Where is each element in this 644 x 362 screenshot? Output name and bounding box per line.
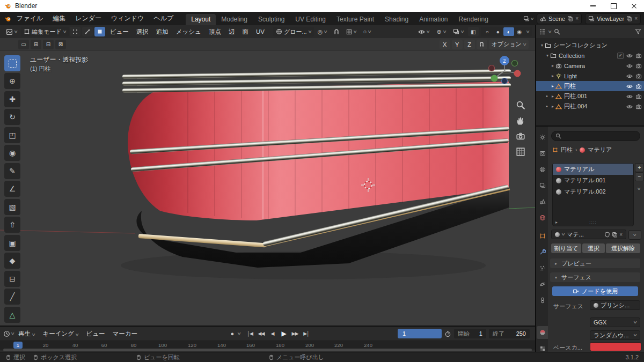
use-nodes-button[interactable]: ノードを使用 xyxy=(552,286,638,296)
select-mode-new-button[interactable]: ▭ xyxy=(18,40,29,49)
menu-view-timeline[interactable]: ビュー xyxy=(83,330,108,338)
mirror-z-toggle[interactable]: Z xyxy=(464,40,475,49)
render-camera-icon[interactable] xyxy=(635,83,642,90)
vertex-select-button[interactable] xyxy=(70,27,80,36)
outliner-row-camera[interactable]: ▸ Camera xyxy=(536,61,644,71)
overlays-dropdown[interactable]: ∨ xyxy=(450,27,466,36)
outliner-row-cylinder-004[interactable]: • ▸ 円柱.004 xyxy=(536,101,644,112)
3d-scene[interactable] xyxy=(0,51,535,326)
tab-material[interactable] xyxy=(537,326,548,339)
preview-panel-header[interactable]: ▸ プレビュー xyxy=(550,258,640,268)
tab-texture[interactable] xyxy=(537,342,548,352)
prev-keyframe-button[interactable]: ◀◀ xyxy=(256,329,267,338)
select-mode-extend-button[interactable]: ⊞ xyxy=(31,40,41,49)
remove-layer-icon[interactable]: × xyxy=(634,16,638,21)
visibility-dropdown[interactable]: ∨ xyxy=(415,27,432,36)
tool-move[interactable]: ✚ xyxy=(4,91,20,107)
list-resize-grip[interactable]: :::: xyxy=(589,219,597,225)
surface-shader-dropdown[interactable]: プリンシ... xyxy=(590,300,640,310)
tool-scale[interactable]: ◰ xyxy=(4,127,20,143)
distribution-dropdown[interactable]: GGX ∨ xyxy=(590,317,640,327)
subsurface-method-dropdown[interactable]: ランダムウ... ∨ xyxy=(590,330,640,340)
tool-add-cube[interactable]: ▧ xyxy=(4,199,20,215)
orientation-dropdown[interactable]: グロー... ∨ xyxy=(273,27,314,36)
tool-annotate[interactable]: ✎ xyxy=(4,163,20,179)
mirror-x-toggle[interactable]: X xyxy=(440,40,450,49)
shading-solid-button[interactable]: ● xyxy=(493,27,503,36)
outliner-row-collection[interactable]: ▾ Collection ✓ xyxy=(536,50,644,61)
next-keyframe-button[interactable]: ▶▶ xyxy=(290,329,301,338)
timeline-scrollbar[interactable] xyxy=(3,349,532,351)
menu-file[interactable]: ファイル xyxy=(12,14,48,23)
timeline-editor-icon[interactable] xyxy=(3,330,10,337)
mode-dropdown[interactable]: 編集モード ∨ xyxy=(21,27,69,36)
gizmo-neg-z[interactable] xyxy=(502,78,508,84)
tool-bevel[interactable]: ◆ xyxy=(4,253,20,269)
current-frame-field[interactable]: 1 xyxy=(398,329,442,338)
proportional-edit-dropdown[interactable]: ○ ∨ xyxy=(361,27,374,36)
shading-rendered-button[interactable]: ◉ xyxy=(514,27,525,36)
zoom-control-icon[interactable] xyxy=(516,100,525,110)
gizmo-neg-x[interactable] xyxy=(489,65,495,71)
tool-loop-cut[interactable]: ⊟ xyxy=(4,271,20,287)
menu-edge[interactable]: 辺 xyxy=(225,28,238,36)
hide-eye-icon[interactable] xyxy=(626,93,633,100)
play-reverse-button[interactable]: ◀ xyxy=(267,329,278,338)
tab-output[interactable] xyxy=(537,163,548,176)
jump-to-end-button[interactable]: ▶│ xyxy=(301,329,312,338)
render-camera-icon[interactable] xyxy=(635,73,642,79)
tab-constraints[interactable] xyxy=(537,294,548,307)
snap-toggle[interactable] xyxy=(331,27,342,36)
add-slot-button[interactable]: + xyxy=(635,163,644,172)
camera-view-icon[interactable] xyxy=(516,131,525,141)
tab-layout[interactable]: Layout xyxy=(186,14,216,25)
navigation-gizmo[interactable]: Z xyxy=(486,52,523,90)
scene-selector[interactable]: Scene × xyxy=(537,13,582,24)
list-expand-arrow[interactable]: ▸ xyxy=(554,220,559,225)
outliner-filter-icon[interactable] xyxy=(635,28,641,35)
hide-eye-icon[interactable] xyxy=(626,53,633,59)
remove-slot-button[interactable]: − xyxy=(635,172,644,181)
edge-select-button[interactable] xyxy=(82,27,93,36)
outliner-row-scene-collection[interactable]: ▾ シーンコレクション xyxy=(536,40,644,50)
gizmos-dropdown[interactable]: ⊕ ∨ xyxy=(434,27,448,36)
editor-type-button[interactable]: ∨ xyxy=(3,27,20,36)
material-link-dropdown[interactable]: ∨ xyxy=(628,230,641,240)
menu-keying[interactable]: キーイング ∨ xyxy=(39,330,82,338)
surface-panel-header[interactable]: ▾ サーフェス xyxy=(550,272,640,282)
menu-render[interactable]: レンダー xyxy=(70,14,106,23)
menu-select[interactable]: 選択 xyxy=(133,28,152,36)
new-scene-icon[interactable] xyxy=(567,16,573,21)
select-button[interactable]: 選択 xyxy=(582,243,605,253)
menu-add[interactable]: 追加 xyxy=(153,28,172,36)
jump-to-start-button[interactable]: │◀ xyxy=(245,329,255,338)
outliner-row-cylinder-001[interactable]: • ▸ 円柱.001 xyxy=(536,91,644,101)
shading-material-button[interactable]: ◐ xyxy=(503,27,514,36)
menu-help[interactable]: ヘルプ xyxy=(149,14,178,23)
hide-eye-icon[interactable] xyxy=(626,104,633,110)
viewport-3d[interactable]: ∨ 編集モード ∨ ビュー 選択 追加 メッシュ 頂点 辺 面 UV グロー..… xyxy=(0,25,535,326)
hide-eye-icon[interactable] xyxy=(626,73,633,79)
frame-end-field[interactable]: 終了 250 xyxy=(489,329,530,338)
tool-inset[interactable]: ▣ xyxy=(4,235,20,251)
xray-toggle[interactable]: ◧ xyxy=(468,27,479,36)
tool-transform[interactable]: ◉ xyxy=(4,145,20,161)
render-camera-icon[interactable] xyxy=(635,63,642,69)
outliner-row-light[interactable]: ▸ Light xyxy=(536,71,644,81)
gizmo-x[interactable] xyxy=(514,70,521,77)
render-camera-icon[interactable] xyxy=(635,53,642,59)
tool-knife[interactable]: ╱ xyxy=(4,289,20,305)
tab-physics[interactable] xyxy=(537,278,548,291)
tab-sculpting[interactable]: Sculpting xyxy=(253,14,290,25)
tool-extrude[interactable]: ⇧ xyxy=(4,217,20,233)
tab-render[interactable] xyxy=(537,147,548,160)
menu-edit[interactable]: 編集 xyxy=(48,14,70,23)
ortho-toggle-icon[interactable] xyxy=(516,147,525,157)
tab-shading[interactable]: Shading xyxy=(379,14,414,25)
auto-key-button[interactable]: ● xyxy=(226,329,237,338)
tab-view-layer[interactable] xyxy=(537,179,548,192)
tool-measure[interactable]: ∠ xyxy=(4,181,20,197)
tab-texture-paint[interactable]: Texture Paint xyxy=(331,14,379,25)
menu-view[interactable]: ビュー xyxy=(107,28,132,36)
menu-playback[interactable]: 再生 ∨ xyxy=(15,330,38,338)
